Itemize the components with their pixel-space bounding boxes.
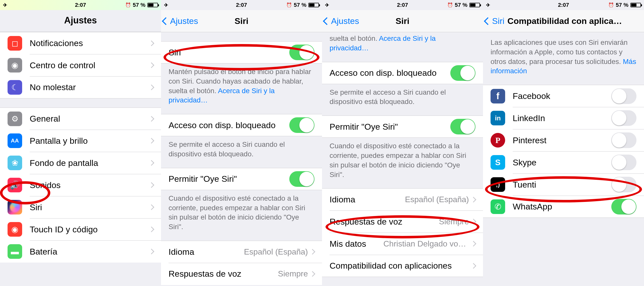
whatsapp-icon: ✆ <box>491 199 505 214</box>
footer-text: Cuando el dispositivo esté conectado a l… <box>161 190 322 232</box>
back-button[interactable]: Siri <box>483 16 504 26</box>
switch[interactable] <box>289 171 314 187</box>
chevron-right-icon <box>149 227 154 232</box>
toggle-siri[interactable]: Siri <box>161 41 322 63</box>
chevron-right-icon <box>149 249 154 255</box>
battery-icon <box>630 3 641 7</box>
moon-icon: ☾ <box>8 80 22 95</box>
switch[interactable] <box>611 132 636 148</box>
footer-text: Se permite el acceso a Siri cuando el di… <box>161 136 322 159</box>
pinterest-icon: P <box>491 133 505 148</box>
battery-icon <box>308 3 319 7</box>
toggle-access-locked[interactable]: Acceso con disp. bloqueado <box>322 62 483 84</box>
navigation-bar: Siri Compatibilidad con aplicacio… <box>483 10 644 32</box>
switch[interactable] <box>289 117 314 133</box>
row-siri[interactable]: Siri <box>0 196 161 218</box>
screen-app-support: ✈︎ 2:07 ⏰ 57 % Siri Compatibilidad con a… <box>483 0 644 286</box>
notifications-icon: ◻︎ <box>8 36 22 51</box>
status-bar: ✈︎ 2:07 ⏰ 57 % <box>161 0 322 10</box>
screen-settings: ✈︎ 2:07 ⏰ 57 % Ajustes ◻︎ Notificaciones… <box>0 0 161 286</box>
chevron-right-icon <box>471 197 476 203</box>
footer-text: Mantén pulsado el botón de inicio para h… <box>161 63 322 105</box>
row-voice-responses[interactable]: Respuestas de voz Siempre <box>322 210 483 233</box>
battery-percent: 57 % <box>455 2 467 8</box>
row-battery[interactable]: ▬ Batería <box>0 240 161 263</box>
chevron-right-icon <box>149 160 154 166</box>
chevron-left-icon <box>323 17 331 25</box>
chevron-right-icon <box>149 182 154 188</box>
switch[interactable] <box>450 65 475 81</box>
row-sounds[interactable]: 🔊 Sonidos <box>0 174 161 196</box>
chevron-right-icon <box>149 84 154 90</box>
navigation-bar: Ajustes Siri <box>322 10 483 32</box>
page-title: Ajustes <box>0 10 161 32</box>
chevron-right-icon <box>149 204 154 210</box>
switch[interactable] <box>611 110 636 126</box>
row-control-center[interactable]: ◉ Centro de control <box>0 54 161 76</box>
sound-icon: 🔊 <box>8 178 22 192</box>
row-general[interactable]: ⚙︎ General <box>0 108 161 130</box>
page-title: Siri <box>235 16 249 26</box>
airplane-icon: ✈︎ <box>3 2 7 8</box>
battery-icon <box>469 3 480 7</box>
chevron-right-icon <box>149 40 154 46</box>
value-label: Siempre <box>439 217 469 226</box>
alarm-icon: ⏰ <box>608 2 614 8</box>
row-skype[interactable]: S Skype <box>483 151 644 173</box>
battery-icon: ▬ <box>8 244 22 259</box>
back-button[interactable]: Ajustes <box>161 16 198 26</box>
switch[interactable] <box>611 199 636 214</box>
row-tuenti[interactable]: ;) Tuenti <box>483 173 644 196</box>
row-linkedin[interactable]: in LinkedIn <box>483 107 644 129</box>
battery-percent: 57 % <box>616 2 628 8</box>
back-button[interactable]: Ajustes <box>322 16 359 26</box>
fingerprint-icon: ◉ <box>8 222 22 237</box>
tuenti-icon: ;) <box>491 177 505 192</box>
gear-icon: ⚙︎ <box>8 112 22 126</box>
navigation-bar: Ajustes Siri <box>161 10 322 32</box>
airplane-icon: ✈︎ <box>325 2 329 8</box>
switch[interactable] <box>450 119 475 134</box>
row-wallpaper[interactable]: ❀ Fondo de pantalla <box>0 152 161 174</box>
value-label: Español (España) <box>244 247 308 257</box>
switch[interactable] <box>611 88 636 104</box>
skype-icon: S <box>491 155 505 170</box>
battery-icon <box>147 3 158 7</box>
toggle-hey-siri[interactable]: Permitir "Oye Siri" <box>161 168 322 190</box>
siri-icon <box>8 200 22 214</box>
row-facebook[interactable]: f Facebook <box>483 85 644 107</box>
chevron-right-icon <box>149 138 154 144</box>
row-language[interactable]: Idioma Español (España) <box>161 241 322 263</box>
row-whatsapp[interactable]: ✆ WhatsApp <box>483 196 644 218</box>
value-label: Español (España) <box>405 195 469 204</box>
footer-text: suelta el botón. Acerca de Siri y la pri… <box>322 32 483 53</box>
clock: 2:07 <box>558 2 569 8</box>
row-notifications[interactable]: ◻︎ Notificaciones <box>0 32 161 54</box>
row-display[interactable]: AA Pantalla y brillo <box>0 130 161 152</box>
toggle-hey-siri[interactable]: Permitir "Oye Siri" <box>322 116 483 138</box>
switch[interactable] <box>611 177 636 192</box>
row-my-info[interactable]: Mis datos Christian Delgado von… <box>322 233 483 255</box>
switch[interactable] <box>611 155 636 170</box>
value-label: Siempre <box>278 269 308 278</box>
alarm-icon: ⏰ <box>125 2 131 8</box>
row-voice-responses[interactable]: Respuestas de voz Siempre <box>161 263 322 285</box>
row-app-support[interactable]: Compatibilidad con aplicaciones <box>322 255 483 277</box>
clock: 2:07 <box>75 2 86 8</box>
toggle-access-locked[interactable]: Acceso con disp. bloqueado <box>161 114 322 136</box>
footer-text: Cuando el dispositivo esté conectado a l… <box>322 138 483 179</box>
clock: 2:07 <box>236 2 247 8</box>
row-touch-id[interactable]: ◉ Touch ID y código <box>0 218 161 240</box>
status-bar: ✈︎ 2:07 ⏰ 57 % <box>322 0 483 10</box>
chevron-right-icon <box>471 219 476 225</box>
screen-siri: ✈︎ 2:07 ⏰ 57 % Ajustes Siri Siri Mantén … <box>161 0 322 286</box>
switch[interactable] <box>289 45 314 60</box>
linkedin-icon: in <box>491 111 505 125</box>
chevron-right-icon <box>149 62 154 68</box>
row-do-not-disturb[interactable]: ☾ No molestar <box>0 76 161 98</box>
row-language[interactable]: Idioma Español (España) <box>322 188 483 210</box>
row-pinterest[interactable]: P Pinterest <box>483 129 644 151</box>
control-center-icon: ◉ <box>8 58 22 73</box>
display-icon: AA <box>8 133 22 148</box>
page-title: Compatibilidad con aplicacio… <box>507 16 623 26</box>
